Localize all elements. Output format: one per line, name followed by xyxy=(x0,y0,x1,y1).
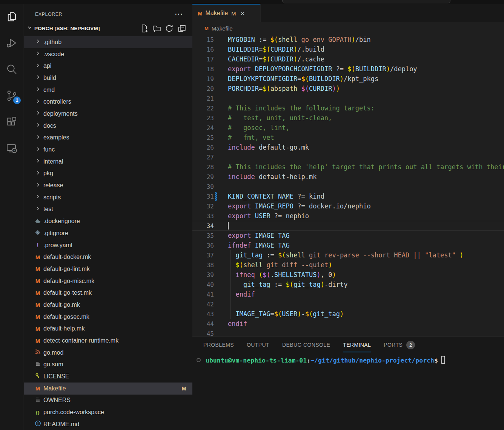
line-number[interactable]: 16 xyxy=(192,46,214,53)
tree-file-porch-code-workspace[interactable]: {}porch.code-workspace xyxy=(24,406,192,418)
line-content[interactable] xyxy=(217,221,504,231)
code-line-38[interactable]: 38 $(shell git diff --quiet) xyxy=(192,260,504,270)
line-content[interactable]: # This includes the 'help' target that p… xyxy=(217,162,504,172)
tree-folder-deployments[interactable]: deployments xyxy=(24,108,192,120)
code-line-25[interactable]: 25# fmt, vet xyxy=(192,133,504,142)
code-line-43[interactable]: 43 IMAGE_TAG=$(USER)-$(git_tag) xyxy=(192,309,504,319)
code-line-17[interactable]: 17CACHEDIR=$(CURDIR)/.cache xyxy=(192,54,504,64)
line-content[interactable]: MYGOBIN := $(shell go env GOPATH)/bin xyxy=(217,35,504,44)
line-content[interactable]: $(shell git diff --quiet) xyxy=(217,260,504,270)
activity-source-control-button[interactable]: 1 xyxy=(0,87,23,106)
activity-search-button[interactable] xyxy=(0,61,23,79)
code-line-39[interactable]: 39 ifneq ($(.SHELLSTATUS), 0) xyxy=(192,270,504,280)
line-number[interactable]: 37 xyxy=(192,252,214,259)
tree-file-owners[interactable]: OWNERS xyxy=(24,395,192,407)
breadcrumb-item-makefile[interactable]: Makefile xyxy=(212,25,233,32)
code-line-23[interactable]: 23# test, unit, unit-clean, xyxy=(192,113,504,123)
line-number[interactable]: 29 xyxy=(192,173,214,181)
line-content[interactable]: PORCHDIR=$(abspath $(CURDIR)) xyxy=(217,84,504,93)
code-line-41[interactable]: 41 endif xyxy=(192,289,504,299)
close-icon[interactable]: × xyxy=(241,10,245,17)
code-line-42[interactable]: 42 xyxy=(192,299,504,309)
line-number[interactable]: 31 xyxy=(192,193,214,200)
code-line-27[interactable]: 27 xyxy=(192,152,504,162)
tree-folder-api[interactable]: api xyxy=(24,60,192,72)
tree-folder-internal[interactable]: internal xyxy=(24,156,192,168)
code-line-32[interactable]: 32export IMAGE_REPO ?= docker.io/nephio xyxy=(192,201,504,211)
code-line-28[interactable]: 28# This includes the 'help' target that… xyxy=(192,162,504,172)
line-content[interactable]: # This includes the following targets: xyxy=(217,103,504,113)
tree-folder-examples[interactable]: examples xyxy=(24,132,192,144)
tree-file-default-docker-mk[interactable]: Mdefault-docker.mk xyxy=(24,251,192,263)
line-number[interactable]: 35 xyxy=(192,232,214,239)
code-line-31[interactable]: 31KIND_CONTEXT_NAME ?= kind xyxy=(192,191,504,201)
tree-file-go-sum[interactable]: go.sum xyxy=(24,359,192,371)
activity-run-debug-button[interactable] xyxy=(0,35,23,53)
tree-file-default-help-mk[interactable]: Mdefault-help.mk xyxy=(24,323,192,335)
panel-tab-ports[interactable]: PORTS2 xyxy=(384,337,415,353)
tree-file-default-gosec-mk[interactable]: Mdefault-gosec.mk xyxy=(24,311,192,323)
line-number[interactable]: 24 xyxy=(192,124,214,132)
line-content[interactable]: # test, unit, unit-clean, xyxy=(217,113,504,123)
line-number[interactable]: 39 xyxy=(192,271,214,279)
line-content[interactable]: IMAGE_TAG=$(USER)-$(git_tag) xyxy=(217,309,504,319)
tree-file-license[interactable]: LICENSE xyxy=(24,370,192,383)
line-number[interactable]: 26 xyxy=(192,144,214,151)
command-center[interactable] xyxy=(282,0,450,3)
line-number[interactable]: 40 xyxy=(192,281,214,288)
views-actions-button[interactable]: ··· xyxy=(175,11,183,18)
line-content[interactable]: export USER ?= nephio xyxy=(217,211,504,221)
code-line-22[interactable]: 22# This includes the following targets: xyxy=(192,103,504,113)
line-content[interactable]: export IMAGE_TAG xyxy=(217,231,504,240)
activity-extensions-button[interactable] xyxy=(0,114,23,132)
line-number[interactable]: 45 xyxy=(192,330,214,337)
line-number[interactable]: 42 xyxy=(192,301,214,308)
workspace-section-header[interactable]: PORCH [SSH: NEPHIOVM] xyxy=(24,22,192,35)
line-number[interactable]: 28 xyxy=(192,164,214,171)
tree-folder-release[interactable]: release xyxy=(24,179,192,191)
line-content[interactable]: DEPLOYKPTCONFIGDIR=$(BUILDDIR)/kpt_pkgs xyxy=(217,74,504,84)
tree-file-makefile[interactable]: MMakefileM xyxy=(24,383,192,395)
line-number[interactable]: 20 xyxy=(192,85,214,92)
panel-tab-debug-console[interactable]: DEBUG CONSOLE xyxy=(282,337,330,353)
code-line-29[interactable]: 29include default-help.mk xyxy=(192,172,504,182)
line-number[interactable]: 41 xyxy=(192,291,214,298)
line-number[interactable]: 23 xyxy=(192,115,214,122)
line-content[interactable]: include default-help.mk xyxy=(217,172,504,182)
activity-remote-explorer-button[interactable]: >< xyxy=(0,140,23,158)
panel-tab-output[interactable]: OUTPUT xyxy=(247,337,269,353)
line-content[interactable] xyxy=(217,182,504,191)
line-content[interactable]: include default-go.mk xyxy=(217,142,504,152)
terminal-prompt-line[interactable]: ubuntu@vm-nephio-ts-liam-01:~/git/github… xyxy=(192,356,504,364)
code-line-34[interactable]: 34 xyxy=(192,221,504,231)
line-content[interactable]: CACHEDIR=$(CURDIR)/.cache xyxy=(217,54,504,64)
line-number[interactable]: 32 xyxy=(192,203,214,210)
code-line-15[interactable]: 15MYGOBIN := $(shell go env GOPATH)/bin xyxy=(192,35,504,44)
breadcrumb[interactable]: M Makefile xyxy=(192,22,504,35)
line-number[interactable]: 22 xyxy=(192,105,214,112)
line-content[interactable] xyxy=(217,329,504,337)
tree-folder-build[interactable]: build xyxy=(24,72,192,84)
line-number[interactable]: 30 xyxy=(192,183,214,190)
new-file-button[interactable] xyxy=(138,23,151,33)
tree-folder-docs[interactable]: docs xyxy=(24,120,192,132)
line-number[interactable]: 33 xyxy=(192,213,214,220)
code-line-20[interactable]: 20PORCHDIR=$(abspath $(CURDIR)) xyxy=(192,84,504,93)
tree-file--prow-yaml[interactable]: !.prow.yaml xyxy=(24,239,192,251)
code-line-40[interactable]: 40 git_tag := $(git_tag)-dirty xyxy=(192,280,504,289)
code-line-30[interactable]: 30 xyxy=(192,182,504,191)
line-content[interactable]: export IMAGE_REPO ?= docker.io/nephio xyxy=(217,201,504,211)
line-number[interactable]: 25 xyxy=(192,134,214,141)
tree-folder-scripts[interactable]: scripts xyxy=(24,191,192,204)
code-line-16[interactable]: 16BUILDDIR=$(CURDIR)/.build xyxy=(192,44,504,54)
line-number[interactable]: 43 xyxy=(192,311,214,318)
line-number[interactable]: 19 xyxy=(192,75,214,83)
code-line-19[interactable]: 19DEPLOYKPTCONFIGDIR=$(BUILDDIR)/kpt_pkg… xyxy=(192,74,504,84)
tab-makefile[interactable]: M Makefile M × xyxy=(192,4,261,22)
line-content[interactable]: ifneq ($(.SHELLSTATUS), 0) xyxy=(217,270,504,280)
line-content[interactable]: ifndef IMAGE_TAG xyxy=(217,240,504,250)
activity-explorer-button[interactable] xyxy=(0,8,23,26)
line-content[interactable]: endif xyxy=(217,289,504,299)
line-content[interactable]: endif xyxy=(217,319,504,329)
tree-folder--github[interactable]: .github xyxy=(24,36,192,48)
